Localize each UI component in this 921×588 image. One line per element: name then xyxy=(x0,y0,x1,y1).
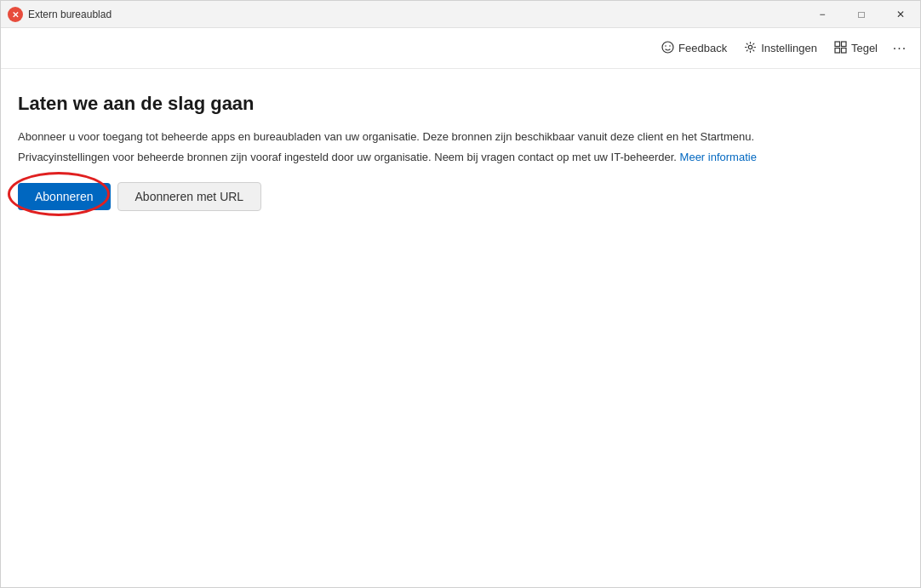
window-controls: − □ ✕ xyxy=(803,1,920,28)
description-line1: Abonneer u voor toegang tot beheerde app… xyxy=(18,128,903,146)
svg-rect-6 xyxy=(835,42,840,47)
button-row: Abonneren Abonneren met URL xyxy=(18,182,903,211)
app-icon: ✕ xyxy=(8,7,23,22)
close-button[interactable]: ✕ xyxy=(881,1,920,28)
instellingen-button[interactable]: Instellingen xyxy=(735,36,826,61)
svg-rect-8 xyxy=(835,48,840,53)
titlebar: ✕ Extern bureaublad − □ ✕ xyxy=(1,1,920,28)
svg-point-3 xyxy=(665,45,666,47)
meer-informatie-link[interactable]: Meer informatie xyxy=(680,151,757,163)
svg-point-5 xyxy=(748,45,752,49)
svg-point-2 xyxy=(662,42,673,53)
page-title: Laten we aan de slag gaan xyxy=(18,93,903,115)
gear-icon xyxy=(744,41,757,56)
abonneren-button[interactable]: Abonneren xyxy=(18,183,111,210)
main-content: Laten we aan de slag gaan Abonneer u voo… xyxy=(1,69,920,587)
window-title: Extern bureaublad xyxy=(28,9,803,20)
more-options-button[interactable]: ··· xyxy=(886,35,913,62)
toolbar: Feedback Instellingen Tegel xyxy=(1,28,920,69)
instellingen-label: Instellingen xyxy=(761,42,817,54)
svg-rect-7 xyxy=(841,42,846,47)
maximize-button[interactable]: □ xyxy=(842,1,881,28)
svg-text:✕: ✕ xyxy=(12,10,19,20)
tegel-button[interactable]: Tegel xyxy=(826,36,886,61)
smile-icon xyxy=(661,41,674,56)
feedback-label: Feedback xyxy=(678,42,727,54)
tegel-label: Tegel xyxy=(851,42,878,54)
feedback-button[interactable]: Feedback xyxy=(653,36,735,61)
description-line2: Privacyinstellingen voor beheerde bronne… xyxy=(18,149,903,166)
svg-rect-9 xyxy=(841,48,846,53)
tile-icon xyxy=(834,41,847,56)
svg-point-4 xyxy=(669,45,671,47)
minimize-button[interactable]: − xyxy=(803,1,842,28)
main-window: ✕ Extern bureaublad − □ ✕ Feedback xyxy=(0,0,921,588)
description-line2-text: Privacyinstellingen voor beheerde bronne… xyxy=(18,151,677,163)
abonneren-met-url-button[interactable]: Abonneren met URL xyxy=(117,182,262,211)
